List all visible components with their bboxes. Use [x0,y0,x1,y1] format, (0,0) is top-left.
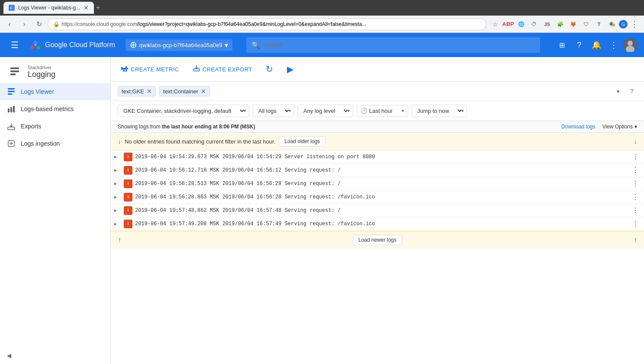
star-button[interactable]: ☆ [489,18,501,30]
level-filter-dropdown[interactable]: Any log level [298,105,353,117]
extension-icon-6[interactable]: 🎭 [606,18,618,30]
load-older-logs-button[interactable]: Load older logs [279,136,325,147]
notifications-icon[interactable]: 🔔 [589,37,604,53]
sidebar-item-exports[interactable]: Exports [0,118,110,135]
gcp-app-name: Google Cloud Platform [45,41,115,49]
gcp-logo-icon [29,39,42,51]
jump-filter-dropdown[interactable]: Jump to now [412,105,467,117]
hamburger-menu-button[interactable]: ☰ [7,37,23,53]
metrics-label: Logs-based metrics [21,105,74,112]
log-entry-row[interactable]: ▶ ! 2019-06-04 19:57:48.862 MSK 2019/06/… [111,204,644,217]
log-expand-icon[interactable]: ▶ [114,181,121,186]
extension-icon-5[interactable]: 🛡 [580,18,592,30]
ingestion-icon [7,139,16,148]
project-selector[interactable]: qwiklabs-gcp-b7f64a64ea05a0e9 ▾ [126,39,233,51]
help-icon[interactable]: ? [571,37,587,53]
log-entry-row[interactable]: ▶ ! 2019-06-04 19:57:49.208 MSK 2019/06/… [111,217,644,231]
search-input[interactable] [264,42,535,48]
log-menu-button[interactable]: ⋮ [630,152,641,162]
log-entry-row[interactable]: ▶ ! 2019-06-04 19:56:28.513 MSK 2019/06/… [111,177,644,191]
log-expand-icon[interactable]: ▶ [114,154,121,160]
log-text: 2019-06-04 19:54:29.673 MSK 2019/06/04 1… [135,154,630,160]
filter-chip-gke[interactable]: text:GKE ✕ [118,86,156,96]
svg-rect-17 [8,91,15,92]
menu-icon: ☰ [11,40,19,50]
browser-tab[interactable]: G Logs Viewer - qwiklabs-g... ✕ [3,2,94,14]
svg-rect-27 [121,67,122,70]
view-options-button[interactable]: View Options ▾ [602,124,637,130]
sidebar-item-logs-viewer[interactable]: Logs Viewer [0,83,110,100]
log-menu-button[interactable]: ⋮ [630,179,641,189]
user-avatar[interactable] [623,38,637,52]
forward-button[interactable]: › [18,18,30,30]
extension-abp-icon[interactable]: ABP [502,18,514,30]
filter-help-button[interactable]: ? [627,86,637,96]
sidebar-item-logs-based-metrics[interactable]: Logs-based metrics [0,100,110,118]
jump-filter-select[interactable]: Jump to now [415,107,463,115]
exports-label: Exports [21,123,41,130]
tab-close-button[interactable]: ✕ [84,4,89,11]
log-filter-dropdown[interactable]: All logs [253,105,294,117]
play-button[interactable]: ▶ [283,62,297,76]
resource-filter-select[interactable]: GKE Container, stackdriver-logging, defa… [122,107,245,115]
sidebar-collapse-button[interactable]: ◀ [0,347,110,364]
down-arrow-right-icon: ↓ [634,137,637,145]
extension-js-icon[interactable]: JS [541,18,553,30]
address-bar[interactable]: 🔒 https://console.cloud.google.com/logs/… [48,18,486,30]
no-older-banner: ↓ No older entries found matching curren… [111,133,644,150]
extension-account-icon[interactable]: G [619,20,628,29]
search-bar[interactable]: 🔍 [246,37,540,53]
logs-viewer-label: Logs Viewer [21,88,54,95]
extension-icon-4[interactable]: 🦊 [567,18,579,30]
log-expand-icon[interactable]: ▶ [114,221,121,227]
time-filter-select[interactable]: Last hour [369,108,400,114]
more-options-icon[interactable]: ⋮ [606,37,621,53]
log-expand-icon[interactable]: ▶ [114,208,121,213]
log-expand-icon[interactable]: ▶ [114,195,121,200]
extension-icon-2[interactable]: ⏱ [528,18,540,30]
extension-icon-3[interactable]: 🧩 [554,18,566,30]
exports-icon [7,122,16,131]
svg-rect-14 [10,70,19,72]
back-button[interactable]: ‹ [3,18,16,30]
log-text: 2019-06-04 19:56:28.513 MSK 2019/06/04 1… [135,181,630,187]
clock-icon: 🕐 [361,108,367,114]
load-newer-logs-button[interactable]: Load newer logs [353,235,402,245]
filter-area: text:GKE ✕ text:Container ✕ ▾ ? [111,82,644,101]
load-newer-center: Load newer logs [121,235,634,245]
time-filter-dropdown[interactable]: 🕐 Last hour ▾ [357,105,408,117]
filter-chip-gke-close[interactable]: ✕ [147,88,152,95]
console-icon[interactable]: ⊞ [554,37,570,53]
log-entry-row[interactable]: ▶ ! 2019-06-04 19:56:12.718 MSK 2019/06/… [111,164,644,177]
reload-button[interactable]: ↻ [33,18,45,30]
up-arrow-right-icon: ↑ [634,236,637,244]
new-tab-button[interactable]: + [96,3,100,13]
extension-icon-1[interactable]: 🌐 [515,18,527,30]
refresh-button[interactable]: ↻ [263,62,277,76]
toolbar: CREATE METRIC CREATE EXPORT ↻ ▶ [111,57,644,82]
log-entry-row[interactable]: ▶ ! 2019-06-04 19:56:28.863 MSK 2019/06/… [111,191,644,204]
log-expand-icon[interactable]: ▶ [114,168,121,173]
filter-input-area[interactable] [213,85,609,97]
log-entry-row[interactable]: ▶ ! 2019-06-04 19:54:29.673 MSK 2019/06/… [111,150,644,164]
filter-chip-container-close[interactable]: ✕ [201,88,206,95]
download-logs-button[interactable]: Download logs [561,124,596,130]
svg-text:G: G [10,6,13,10]
status-text: Showing logs from the last hour ending a… [118,124,255,130]
filter-dropdown-button[interactable]: ▾ [613,86,623,96]
resource-filter-dropdown[interactable]: GKE Container, stackdriver-logging, defa… [118,105,249,117]
log-filter-select[interactable]: All logs [257,107,290,115]
create-export-button[interactable]: CREATE EXPORT [190,62,256,76]
browser-menu-button[interactable]: ⋮ [628,18,641,30]
log-menu-button[interactable]: ⋮ [630,205,641,216]
extension-translate-icon[interactable]: T [593,18,605,30]
log-menu-button[interactable]: ⋮ [630,165,641,176]
svg-point-6 [35,44,36,46]
log-menu-button[interactable]: ⋮ [630,192,641,202]
log-menu-button[interactable]: ⋮ [630,219,641,229]
svg-rect-18 [8,93,12,95]
sidebar-item-logs-ingestion[interactable]: Logs ingestion [0,135,110,152]
create-metric-button[interactable]: CREATE METRIC [118,62,183,76]
filter-chip-container[interactable]: text:Container ✕ [159,86,210,96]
level-filter-select[interactable]: Any log level [302,107,349,115]
